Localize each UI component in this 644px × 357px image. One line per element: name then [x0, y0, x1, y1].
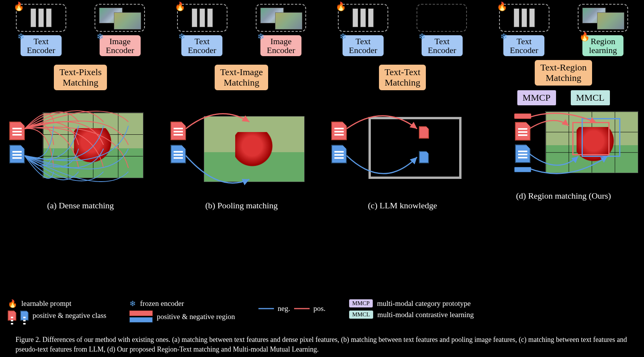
text-encoder-d: ❄ Text Encoder: [503, 35, 545, 57]
region-bar-blue: [129, 317, 153, 323]
snowflake-icon: ❄: [500, 32, 507, 41]
text-encoder-label: Text Encoder: [510, 36, 538, 55]
column-d: 🔥 ❄ Text Encoder 🔥 Region learning Text-…: [483, 0, 644, 211]
fire-icon: 🔥: [8, 299, 17, 308]
text-encoder-b: ❄ Text Encoder: [181, 35, 223, 57]
mmcp-box: MMCP: [517, 90, 556, 106]
text-encoder-label: Text Encoder: [349, 36, 377, 55]
matching-c: Text-Text Matching: [379, 64, 426, 91]
dense-arrows: [4, 98, 157, 199]
text-encoder-label: Text Encoder: [27, 36, 55, 55]
matching-d: Text-Region Matching: [534, 60, 592, 86]
legend-fire: learnable prompt: [21, 299, 71, 308]
image-box-b-right: [256, 4, 306, 32]
snowflake-icon: ❄: [178, 32, 185, 41]
pooling-arrows: [165, 98, 319, 199]
text-encoder-label: Text Encoder: [188, 36, 216, 55]
column-a: 🔥 ❄ Text Encoder ❄ Image Encoder Text-Pi…: [0, 0, 161, 211]
fire-icon: 🔥: [579, 32, 590, 41]
fire-icon: 🔥: [175, 2, 185, 12]
caption-a: (a) Dense matching: [47, 201, 114, 211]
snowflake-icon: ❄: [418, 32, 425, 41]
illustration-d: [487, 108, 641, 189]
legend-mmcp-box: MMCP: [349, 299, 373, 308]
image-encoder-label: Image Encoder: [106, 36, 134, 55]
fire-icon: 🔥: [497, 2, 507, 12]
region-learning-d: 🔥 Region learning: [582, 35, 624, 57]
doc-icon-red: [8, 311, 16, 321]
snowflake-icon: ❄: [96, 32, 103, 41]
image-box-d-right: [578, 4, 628, 32]
snowflake-icon: ❄: [129, 299, 136, 308]
matching-a: Text-Pixels Matching: [53, 64, 107, 91]
caption-d: (d) Region matching (Ours): [516, 191, 611, 201]
legend-line-neg: neg.: [278, 304, 290, 313]
region-arrows: [487, 108, 641, 189]
text-encoder-label-2: Text Encoder: [428, 36, 456, 55]
caption-b: (b) Pooling matching: [205, 201, 278, 211]
prompt-box-b-left: 🔥: [177, 4, 227, 32]
legend-bars: positive & negative region: [157, 312, 235, 321]
legend-mmcp-desc: multi-modal category prototype: [377, 299, 471, 308]
image-box-a-right: [95, 4, 145, 32]
text-encoder-c1: ❄ Text Encoder: [342, 35, 384, 57]
caption-c: (c) LLM knowledge: [368, 201, 437, 211]
doc-icon-blue: [20, 311, 29, 321]
region-bar-red: [129, 311, 153, 316]
legend-mmcl-box: MMCL: [349, 310, 374, 319]
illustration-a: [4, 98, 157, 199]
image-encoder-a: ❄ Image Encoder: [99, 35, 141, 57]
image-encoder-label: Image Encoder: [267, 36, 295, 55]
prompt-box-d-left: 🔥: [499, 4, 549, 32]
snowflake-icon: ❄: [17, 32, 24, 41]
prompt-box-c-left: 🔥: [338, 4, 388, 32]
text-text-arrows: [326, 98, 479, 199]
illustration-c: [326, 98, 479, 199]
legend: 🔥 learnable prompt positive & negative c…: [8, 299, 636, 353]
legend-doc: positive & negative class: [33, 311, 106, 320]
legend-mmcl-desc: multi-modal contrastive learning: [377, 311, 474, 319]
fire-icon: 🔥: [336, 2, 346, 12]
prompt-box-c-right: [417, 4, 467, 32]
figure-caption: Figure 2. Differences of our method with…: [15, 335, 629, 354]
column-b: 🔥 ❄ Text Encoder ❄ Image Encoder Text-Im…: [161, 0, 322, 211]
image-encoder-b: ❄ Image Encoder: [260, 35, 302, 57]
region-learning-label: Region learning: [589, 36, 617, 55]
fire-icon: 🔥: [14, 2, 24, 12]
column-c: 🔥 ❄ Text Encoder ❄ Text Encoder Text-Tex…: [322, 0, 483, 211]
snowflake-icon: ❄: [339, 32, 346, 41]
legend-snow: frozen encoder: [140, 299, 184, 308]
prompt-box-a-left: 🔥: [16, 4, 66, 32]
snowflake-icon: ❄: [257, 32, 264, 41]
legend-line-pos: pos.: [313, 304, 325, 313]
text-encoder-a: ❄ Text Encoder: [20, 35, 62, 57]
illustration-b: [165, 98, 319, 199]
matching-b: Text-Image Matching: [214, 64, 269, 91]
mmcl-box: MMCL: [570, 90, 610, 106]
text-encoder-c2: ❄ Text Encoder: [421, 35, 463, 57]
